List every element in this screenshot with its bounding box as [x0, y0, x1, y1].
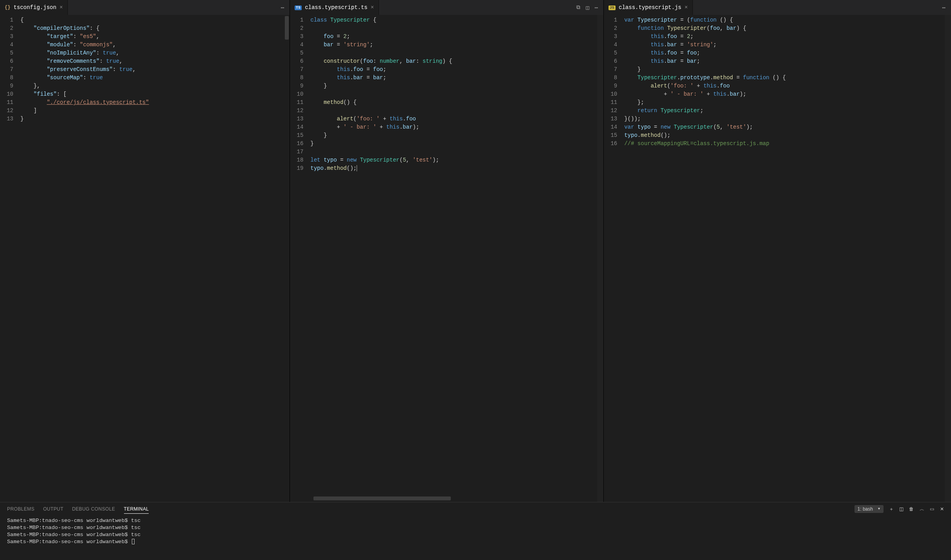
tab-actions: ⋯	[937, 4, 951, 11]
code-line[interactable]: this.foo = foo;	[624, 49, 951, 57]
code-line[interactable]: this.bar = bar;	[310, 74, 603, 82]
line-gutter: 12345678910111213141516171819	[290, 15, 310, 502]
code-line[interactable]: + ' - bar: ' + this.bar);	[624, 90, 951, 98]
code-line[interactable]: }());	[624, 115, 951, 123]
maximize-panel-icon[interactable]: ▭	[930, 506, 934, 512]
split-terminal-icon[interactable]: ◫	[899, 506, 904, 512]
code-line[interactable]: "files": [	[20, 90, 290, 98]
code-line[interactable]: "noImplicitAny": true,	[20, 49, 290, 57]
minimap[interactable]	[597, 15, 603, 502]
more-icon[interactable]: ⋯	[595, 4, 598, 11]
editor-pane-1: {} tsconfig.json × ⋯ 12345678910111213 {…	[0, 0, 290, 502]
vertical-scrollbar[interactable]	[285, 16, 289, 40]
panel-tab-terminal[interactable]: TERMINAL	[124, 505, 149, 514]
code-line[interactable]	[310, 148, 603, 156]
tab-class-ts[interactable]: TS class.typescript.ts ×	[290, 0, 379, 15]
tab-bar: JS class.typescript.js × ⋯	[604, 0, 951, 15]
more-icon[interactable]: ⋯	[942, 4, 946, 11]
code-line[interactable]: class Typescripter {	[310, 16, 603, 24]
new-terminal-icon[interactable]: ＋	[889, 506, 894, 513]
code-line[interactable]: let typo = new Typescripter(5, 'test');	[310, 156, 603, 164]
close-tab-icon[interactable]: ×	[60, 4, 63, 11]
code-content[interactable]: var Typescripter = (function () { functi…	[624, 15, 951, 502]
code-line[interactable]: constructor(foo: number, bar: string) {	[310, 57, 603, 65]
terminal-line: Samets-MBP:tnado-seo-cms worldwantweb$ t…	[7, 517, 944, 524]
code-content[interactable]: { "compilerOptions": { "target": "es5", …	[20, 15, 290, 502]
editor-pane-3: JS class.typescript.js × ⋯ 1234567891011…	[604, 0, 951, 502]
code-line[interactable]	[310, 24, 603, 33]
code-line[interactable]: "sourceMap": true	[20, 74, 290, 82]
panel-tab-debug-console[interactable]: DEBUG CONSOLE	[72, 505, 115, 513]
editor-body[interactable]: 12345678910111213141516 var Typescripter…	[604, 15, 951, 502]
code-line[interactable]: function Typescripter(foo, bar) {	[624, 24, 951, 33]
code-line[interactable]: alert('foo: ' + this.foo	[310, 115, 603, 123]
code-line[interactable]: method() {	[310, 98, 603, 107]
terminal-selector[interactable]: 1: bash	[854, 505, 884, 513]
code-line[interactable]: //# sourceMappingURL=class.typescript.js…	[624, 140, 951, 148]
terminal-cursor	[132, 539, 135, 544]
terminal-select-dropdown[interactable]: 1: bash	[854, 505, 884, 513]
panel-actions: 1: bash ＋ ◫ 🗑 ︿ ▭ ✕	[854, 505, 944, 513]
tab-class-js[interactable]: JS class.typescript.js ×	[604, 0, 693, 15]
code-line[interactable]: foo = 2;	[310, 33, 603, 41]
code-line[interactable]: "removeComments": true,	[20, 57, 290, 65]
code-line[interactable]: var Typescripter = (function () {	[624, 16, 951, 24]
code-line[interactable]: }	[310, 140, 603, 148]
minimap[interactable]	[945, 15, 951, 502]
chevron-up-icon[interactable]: ︿	[920, 506, 924, 513]
code-line[interactable]: "compilerOptions": {	[20, 24, 290, 33]
code-line[interactable]: "module": "commonjs",	[20, 41, 290, 49]
editor-pane-2: TS class.typescript.ts × ⧉ ◫ ⋯ 123456789…	[290, 0, 604, 502]
code-line[interactable]: "target": "es5",	[20, 33, 290, 41]
json-file-icon: {}	[5, 5, 10, 10]
panel-tab-problems[interactable]: PROBLEMS	[7, 505, 35, 513]
tab-actions: ⋯	[275, 4, 290, 11]
code-line[interactable]: }	[310, 131, 603, 140]
code-line[interactable]: ]	[20, 107, 290, 115]
code-line[interactable]: },	[20, 82, 290, 90]
code-line[interactable]	[310, 49, 603, 57]
panel-tab-bar: PROBLEMS OUTPUT DEBUG CONSOLE TERMINAL 1…	[0, 502, 951, 516]
panel-tab-output[interactable]: OUTPUT	[43, 505, 64, 513]
js-file-icon: JS	[608, 5, 616, 10]
horizontal-scrollbar[interactable]	[313, 496, 451, 500]
code-line[interactable]: "preserveConstEnums": true,	[20, 65, 290, 74]
code-line[interactable]	[310, 90, 603, 98]
close-panel-icon[interactable]: ✕	[940, 506, 944, 512]
code-line[interactable]: };	[624, 98, 951, 107]
code-line[interactable]: "./core/js/class.typescript.ts"	[20, 98, 290, 107]
code-line[interactable]: Typescripter.prototype.method = function…	[624, 74, 951, 82]
code-line[interactable]: alert('foo: ' + this.foo	[624, 82, 951, 90]
tab-tsconfig[interactable]: {} tsconfig.json ×	[0, 0, 68, 15]
code-content[interactable]: class Typescripter { foo = 2; bar = 'str…	[310, 15, 603, 502]
code-line[interactable]: typo.method();	[624, 131, 951, 140]
close-tab-icon[interactable]: ×	[371, 4, 374, 11]
close-tab-icon[interactable]: ×	[685, 4, 688, 11]
code-line[interactable]: bar = 'string';	[310, 41, 603, 49]
code-line[interactable]: this.foo = foo;	[310, 65, 603, 74]
more-icon[interactable]: ⋯	[281, 4, 284, 11]
code-line[interactable]: }	[20, 115, 290, 123]
tab-filename: class.typescript.ts	[305, 4, 368, 11]
code-line[interactable]: this.bar = 'string';	[624, 41, 951, 49]
bottom-panel: PROBLEMS OUTPUT DEBUG CONSOLE TERMINAL 1…	[0, 502, 951, 560]
compare-changes-icon[interactable]: ⧉	[576, 4, 580, 11]
split-editor-icon[interactable]: ◫	[586, 4, 589, 11]
line-gutter: 12345678910111213141516	[604, 15, 624, 502]
kill-terminal-icon[interactable]: 🗑	[909, 506, 914, 512]
code-line[interactable]: typo.method();	[310, 164, 603, 173]
code-line[interactable]: this.foo = 2;	[624, 33, 951, 41]
editor-body[interactable]: 12345678910111213 { "compilerOptions": {…	[0, 15, 290, 502]
code-line[interactable]: }	[310, 82, 603, 90]
code-line[interactable]: {	[20, 16, 290, 24]
code-line[interactable]: + ' - bar: ' + this.bar);	[310, 123, 603, 131]
terminal-line: Samets-MBP:tnado-seo-cms worldwantweb$	[7, 538, 944, 545]
editor-body[interactable]: 12345678910111213141516171819 class Type…	[290, 15, 603, 502]
code-line[interactable]	[310, 107, 603, 115]
code-line[interactable]: }	[624, 65, 951, 74]
code-line[interactable]: var typo = new Typescripter(5, 'test');	[624, 123, 951, 131]
code-line[interactable]: return Typescripter;	[624, 107, 951, 115]
code-line[interactable]: this.bar = bar;	[624, 57, 951, 65]
tab-bar: TS class.typescript.ts × ⧉ ◫ ⋯	[290, 0, 603, 15]
terminal-output[interactable]: Samets-MBP:tnado-seo-cms worldwantweb$ t…	[0, 516, 951, 560]
